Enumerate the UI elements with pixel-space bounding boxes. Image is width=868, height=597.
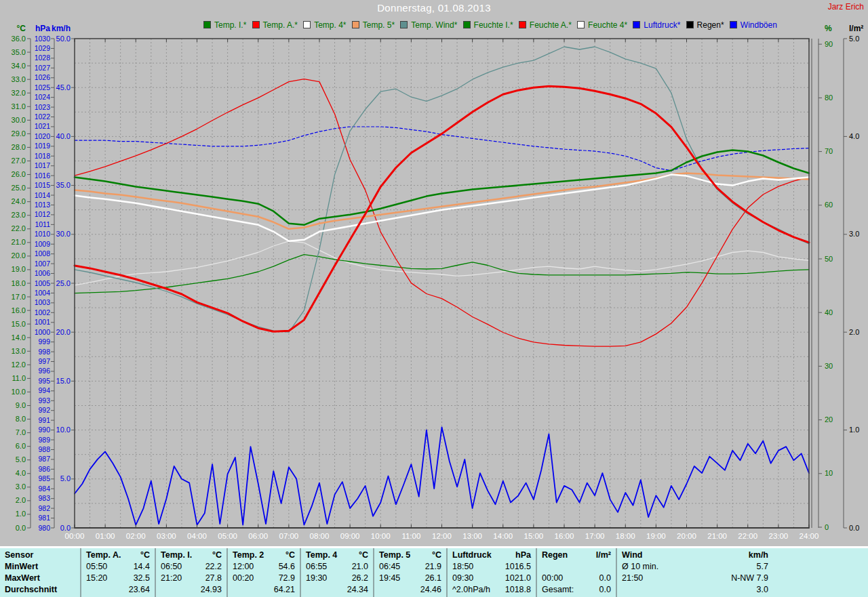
watermark-author: Jarz Erich: [828, 2, 864, 12]
svg-text:997: 997: [38, 357, 50, 365]
axis-unit-c: °C: [17, 24, 26, 33]
x-tick-label: 23:00: [768, 532, 788, 540]
col-header: Temp. 4°C: [306, 550, 368, 561]
svg-text:984: 984: [38, 485, 50, 493]
col-header: Temp. I.°C: [161, 550, 222, 561]
legend-swatch-temp-4: [303, 21, 311, 28]
legend-swatch-temp-5: [352, 21, 359, 28]
svg-text:981: 981: [38, 514, 50, 522]
svg-text:1000: 1000: [35, 328, 51, 336]
svg-text:3.0: 3.0: [849, 230, 859, 238]
svg-text:30.0: 30.0: [12, 116, 26, 124]
svg-text:90: 90: [825, 40, 833, 48]
x-tick-label: 14:00: [493, 532, 513, 540]
legend-item-temp-a[interactable]: Temp. A.*: [252, 20, 298, 30]
row-label-durchschnitt: Durchschnitt: [5, 584, 75, 596]
svg-text:13.0: 13.0: [12, 347, 26, 355]
legend-item-windb-en[interactable]: Windböen: [730, 20, 777, 30]
svg-text:1001: 1001: [35, 318, 51, 326]
svg-text:1006: 1006: [35, 269, 51, 277]
svg-text:21.0: 21.0: [12, 238, 26, 246]
table-cell: Ø 10 min.5.7: [622, 561, 768, 573]
col-header: Windkm/h: [622, 550, 768, 561]
svg-text:35.0: 35.0: [12, 48, 26, 56]
svg-text:29.0: 29.0: [12, 129, 26, 138]
legend-item-temp-4[interactable]: Temp. 4*: [303, 20, 346, 30]
svg-text:22.0: 22.0: [12, 224, 26, 232]
svg-text:30: 30: [825, 362, 833, 370]
table-filler: [773, 548, 868, 597]
x-tick-label: 18:00: [616, 532, 635, 540]
x-tick-label: 00:00: [65, 532, 85, 540]
svg-text:50: 50: [825, 255, 833, 263]
legend-label: Feuchte A.*: [530, 20, 572, 30]
svg-text:995: 995: [38, 377, 50, 385]
svg-text:3.0: 3.0: [16, 482, 26, 491]
svg-text:4.0: 4.0: [16, 469, 26, 477]
axis-km-h: 0.05.010.015.020.025.030.035.040.045.050…: [56, 35, 75, 532]
svg-text:983: 983: [38, 494, 50, 502]
svg-text:1024: 1024: [35, 93, 51, 101]
svg-text:1012: 1012: [35, 210, 51, 218]
table-col-temp-2: Temp. 2°C12:0054.600:2072.964.21: [226, 548, 300, 597]
x-tick-label: 21:00: [707, 532, 727, 540]
svg-text:980: 980: [38, 524, 50, 532]
legend-item-temp-wind[interactable]: Temp. Wind*: [400, 20, 457, 30]
legend-label: Temp. I.*: [214, 20, 246, 30]
legend-item-luftdruck[interactable]: Luftdruck*: [633, 20, 680, 30]
legend-swatch-feuchte-a: [519, 21, 526, 28]
svg-text:28.0: 28.0: [12, 143, 26, 151]
table-cell: 09:301021.0: [452, 573, 531, 584]
x-tick-label: 12:00: [432, 532, 452, 540]
table-cell: 24.93: [161, 584, 222, 596]
svg-text:1010: 1010: [35, 230, 51, 238]
legend-item-feuchte-4[interactable]: Feuchte 4*: [577, 20, 627, 30]
table-cell: 05:5014.4: [86, 561, 150, 573]
svg-text:1028: 1028: [35, 54, 51, 62]
svg-text:1.0: 1.0: [16, 510, 26, 518]
svg-text:14.0: 14.0: [12, 333, 26, 342]
svg-text:1014: 1014: [35, 191, 51, 199]
legend-item-temp-i[interactable]: Temp. I.*: [203, 20, 246, 30]
table-cell: 23.64: [86, 584, 150, 596]
x-tick-label: 24:00: [800, 532, 819, 540]
legend-label: Luftdruck*: [644, 20, 680, 30]
legend-item-temp-5[interactable]: Temp. 5*: [352, 20, 395, 30]
svg-text:2.0: 2.0: [849, 328, 859, 336]
svg-text:1009: 1009: [35, 240, 51, 248]
svg-text:1015: 1015: [35, 181, 51, 189]
svg-text:12.0: 12.0: [12, 361, 26, 369]
table-cell: 3.0: [622, 584, 768, 596]
svg-text:40.0: 40.0: [56, 132, 71, 140]
svg-text:40: 40: [825, 308, 833, 316]
svg-text:1023: 1023: [35, 103, 51, 111]
x-tick-label: 08:00: [310, 532, 330, 540]
legend-swatch-temp-a: [252, 21, 260, 28]
x-tick-label: 10:00: [371, 532, 391, 540]
svg-text:33.0: 33.0: [12, 75, 26, 83]
svg-text:19.0: 19.0: [12, 265, 26, 273]
axis-hpa: 9809819829839849859869879889899909919929…: [35, 35, 54, 532]
svg-text:7.0: 7.0: [16, 428, 26, 436]
svg-text:992: 992: [38, 406, 50, 414]
svg-text:60: 60: [825, 201, 833, 209]
x-tick-label: 03:00: [157, 532, 176, 540]
svg-text:20.0: 20.0: [12, 251, 26, 260]
x-tick-label: 05:00: [218, 532, 237, 540]
legend-swatch-feuchte-i: [463, 21, 471, 28]
legend-item-feuchte-i[interactable]: Feuchte I.*: [463, 20, 513, 30]
svg-text:6.0: 6.0: [16, 442, 26, 450]
axis-unit-: %: [825, 24, 832, 33]
legend-label: Feuchte I.*: [474, 20, 513, 30]
table-cell: 00:2072.9: [233, 573, 295, 584]
legend-item-regen[interactable]: Regen*: [686, 20, 724, 30]
weather-chart: 00:0001:0002:0003:0004:0005:0006:0007:00…: [0, 0, 868, 546]
col-header: Temp. A.°C: [86, 550, 150, 561]
svg-text:1005: 1005: [35, 279, 51, 287]
x-tick-label: 17:00: [585, 532, 605, 540]
legend-item-feuchte-a[interactable]: Feuchte A.*: [519, 20, 572, 30]
table-row-labels: SensorMinWertMaxWertDurchschnitt: [0, 548, 80, 597]
svg-text:16.0: 16.0: [12, 306, 26, 314]
table-col-regen: Regenl/m²00:000.0Gesamt:0.0: [536, 548, 616, 597]
svg-text:1013: 1013: [35, 201, 51, 209]
